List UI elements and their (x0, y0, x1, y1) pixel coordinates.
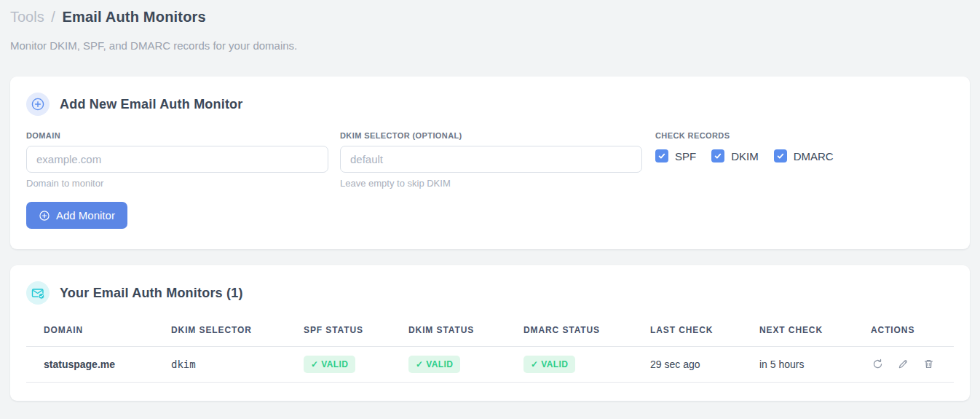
table-row: statuspage.me dkim ✓ VALID ✓ VALID ✓ VAL… (26, 347, 954, 383)
monitor-domain: statuspage.me (26, 347, 154, 383)
dkim-selector-hint: Leave empty to skip DKIM (340, 178, 642, 189)
dmarc-checkbox-label: DMARC (794, 150, 834, 162)
column-header-domain: DOMAIN (26, 316, 154, 347)
email-auth-monitors-page: Tools / Email Auth Monitors Monitor DKIM… (0, 0, 980, 401)
column-header-last-check: LAST CHECK (633, 316, 742, 347)
add-monitor-card-title: Add New Email Auth Monitor (60, 97, 243, 112)
dkim-selector-label: DKIM SELECTOR (OPTIONAL) (340, 131, 642, 140)
monitor-next-check: in 5 hours (742, 347, 853, 383)
column-header-dmarc-status: DMARC STATUS (506, 316, 633, 347)
dkim-status-badge: ✓ VALID (408, 356, 460, 373)
check-records-options: SPF DKIM DMARC (655, 149, 849, 162)
breadcrumb: Tools / Email Auth Monitors (10, 7, 970, 26)
add-monitor-button-label: Add Monitor (56, 209, 115, 222)
dkim-checkbox-label: DKIM (731, 150, 759, 162)
monitors-list-card-title: Your Email Auth Monitors (1) (60, 286, 243, 301)
monitors-table: DOMAIN DKIM SELECTOR SPF STATUS DKIM STA… (26, 316, 954, 383)
refresh-button[interactable] (871, 357, 885, 371)
column-header-next-check: NEXT CHECK (742, 316, 853, 347)
breadcrumb-separator: / (51, 9, 55, 25)
domain-label: DOMAIN (26, 131, 328, 140)
column-header-actions: ACTIONS (853, 316, 954, 347)
domain-input[interactable] (26, 146, 328, 173)
dmarc-status-badge: ✓ VALID (523, 356, 575, 373)
column-header-dkim-selector: DKIM SELECTOR (154, 316, 286, 347)
domain-field-group: DOMAIN Domain to monitor (26, 131, 328, 189)
add-monitor-form: DOMAIN Domain to monitor DKIM SELECTOR (… (26, 131, 954, 189)
column-header-spf-status: SPF STATUS (286, 316, 391, 347)
spf-checkbox-option[interactable]: SPF (655, 149, 696, 162)
dmarc-checkbox-option[interactable]: DMARC (774, 149, 834, 162)
spf-status-badge: ✓ VALID (304, 356, 355, 373)
add-monitor-card: Add New Email Auth Monitor DOMAIN Domain… (10, 77, 970, 249)
monitor-dkim-selector: dkim (154, 347, 286, 383)
domain-hint: Domain to monitor (26, 178, 328, 189)
dkim-selector-field-group: DKIM SELECTOR (OPTIONAL) Leave empty to … (340, 131, 642, 189)
column-header-dkim-status: DKIM STATUS (391, 316, 506, 347)
edit-button[interactable] (896, 357, 910, 371)
dkim-selector-input[interactable] (340, 146, 642, 173)
add-monitor-button[interactable]: Add Monitor (26, 202, 127, 229)
dkim-checkbox-option[interactable]: DKIM (711, 149, 759, 162)
plus-circle-icon (26, 93, 50, 116)
page-subtitle: Monitor DKIM, SPF, and DMARC records for… (10, 39, 970, 52)
email-check-icon (26, 281, 50, 305)
dkim-checkbox[interactable] (711, 149, 724, 162)
spf-checkbox-label: SPF (675, 150, 696, 162)
monitors-list-card: Your Email Auth Monitors (1) DOMAIN DKIM… (10, 265, 970, 401)
spf-checkbox[interactable] (655, 149, 668, 162)
plus-circle-icon (39, 210, 50, 222)
pencil-icon (898, 359, 909, 369)
monitor-actions (853, 347, 954, 383)
page-title: Email Auth Monitors (62, 9, 206, 25)
monitors-table-header: DOMAIN DKIM SELECTOR SPF STATUS DKIM STA… (26, 316, 954, 347)
check-records-group: CHECK RECORDS SPF DKIM (655, 131, 849, 189)
delete-button[interactable] (922, 357, 936, 371)
check-records-label: CHECK RECORDS (655, 131, 849, 140)
monitor-last-check: 29 sec ago (633, 347, 742, 383)
refresh-icon (872, 359, 883, 369)
dmarc-checkbox[interactable] (774, 149, 787, 162)
monitors-list-card-header: Your Email Auth Monitors (1) (26, 281, 954, 305)
add-monitor-card-header: Add New Email Auth Monitor (26, 93, 954, 116)
trash-icon (923, 359, 934, 369)
breadcrumb-tools-link[interactable]: Tools (10, 9, 44, 25)
